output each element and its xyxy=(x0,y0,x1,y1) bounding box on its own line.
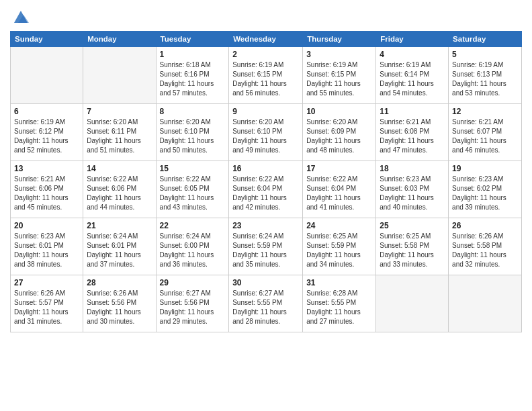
calendar-week-row: 20Sunrise: 6:23 AMSunset: 6:01 PMDayligh… xyxy=(11,218,522,275)
day-number: 13 xyxy=(14,164,79,173)
day-number: 1 xyxy=(160,50,226,59)
calendar-day-cell: 20Sunrise: 6:23 AMSunset: 6:01 PMDayligh… xyxy=(11,218,83,275)
day-number: 12 xyxy=(452,107,518,116)
day-info: Sunrise: 6:19 AMSunset: 6:15 PMDaylight:… xyxy=(306,60,372,98)
calendar-day-cell: 19Sunrise: 6:23 AMSunset: 6:02 PMDayligh… xyxy=(449,161,522,218)
calendar-day-cell: 8Sunrise: 6:20 AMSunset: 6:10 PMDaylight… xyxy=(156,104,229,161)
day-info: Sunrise: 6:19 AMSunset: 6:15 PMDaylight:… xyxy=(232,60,299,98)
calendar-day-cell xyxy=(376,275,449,332)
day-info: Sunrise: 6:26 AMSunset: 5:58 PMDaylight:… xyxy=(452,232,518,269)
calendar-week-row: 27Sunrise: 6:26 AMSunset: 5:57 PMDayligh… xyxy=(11,275,522,332)
day-number: 25 xyxy=(380,221,445,230)
day-info: Sunrise: 6:20 AMSunset: 6:10 PMDaylight:… xyxy=(160,118,226,155)
calendar-week-row: 13Sunrise: 6:21 AMSunset: 6:06 PMDayligh… xyxy=(11,161,522,218)
day-info: Sunrise: 6:28 AMSunset: 5:55 PMDaylight:… xyxy=(306,289,372,326)
calendar-day-cell: 24Sunrise: 6:25 AMSunset: 5:59 PMDayligh… xyxy=(303,218,376,275)
day-info: Sunrise: 6:19 AMSunset: 6:12 PMDaylight:… xyxy=(14,118,79,155)
day-number: 15 xyxy=(160,164,226,173)
logo-icon xyxy=(11,7,30,26)
logo xyxy=(10,7,30,26)
calendar-day-cell: 22Sunrise: 6:24 AMSunset: 6:00 PMDayligh… xyxy=(156,218,229,275)
calendar-day-cell: 10Sunrise: 6:20 AMSunset: 6:09 PMDayligh… xyxy=(303,104,376,161)
day-info: Sunrise: 6:25 AMSunset: 5:59 PMDaylight:… xyxy=(306,232,372,269)
calendar-day-cell xyxy=(449,275,522,332)
calendar-header-row: SundayMondayTuesdayWednesdayThursdayFrid… xyxy=(11,32,522,47)
day-number: 20 xyxy=(14,221,79,230)
calendar-day-header: Friday xyxy=(376,32,449,47)
calendar-day-header: Sunday xyxy=(11,32,83,47)
calendar-day-cell: 17Sunrise: 6:22 AMSunset: 6:04 PMDayligh… xyxy=(303,161,376,218)
day-number: 18 xyxy=(380,164,445,173)
day-number: 19 xyxy=(452,164,518,173)
day-number: 5 xyxy=(452,50,518,59)
day-info: Sunrise: 6:27 AMSunset: 5:55 PMDaylight:… xyxy=(232,289,299,326)
day-number: 14 xyxy=(87,164,152,173)
day-number: 16 xyxy=(232,164,299,173)
day-number: 22 xyxy=(160,221,226,230)
day-number: 6 xyxy=(14,107,79,116)
day-info: Sunrise: 6:23 AMSunset: 6:03 PMDaylight:… xyxy=(380,175,445,212)
day-number: 17 xyxy=(306,164,372,173)
calendar-day-header: Saturday xyxy=(449,32,522,47)
day-number: 9 xyxy=(232,107,299,116)
calendar-day-cell: 31Sunrise: 6:28 AMSunset: 5:55 PMDayligh… xyxy=(303,275,376,332)
day-number: 23 xyxy=(232,221,299,230)
day-number: 7 xyxy=(87,107,152,116)
calendar-day-cell: 3Sunrise: 6:19 AMSunset: 6:15 PMDaylight… xyxy=(303,47,376,104)
day-info: Sunrise: 6:19 AMSunset: 6:14 PMDaylight:… xyxy=(380,60,445,98)
calendar-day-cell: 27Sunrise: 6:26 AMSunset: 5:57 PMDayligh… xyxy=(11,275,83,332)
day-info: Sunrise: 6:22 AMSunset: 6:04 PMDaylight:… xyxy=(306,175,372,212)
calendar-day-cell: 21Sunrise: 6:24 AMSunset: 6:01 PMDayligh… xyxy=(83,218,156,275)
day-number: 24 xyxy=(306,221,372,230)
calendar-week-row: 6Sunrise: 6:19 AMSunset: 6:12 PMDaylight… xyxy=(11,104,522,161)
calendar-day-cell: 28Sunrise: 6:26 AMSunset: 5:56 PMDayligh… xyxy=(83,275,156,332)
day-info: Sunrise: 6:23 AMSunset: 6:02 PMDaylight:… xyxy=(452,175,518,212)
day-info: Sunrise: 6:22 AMSunset: 6:05 PMDaylight:… xyxy=(160,175,226,212)
calendar-day-cell: 16Sunrise: 6:22 AMSunset: 6:04 PMDayligh… xyxy=(229,161,303,218)
day-info: Sunrise: 6:21 AMSunset: 6:07 PMDaylight:… xyxy=(452,118,518,155)
day-info: Sunrise: 6:23 AMSunset: 6:01 PMDaylight:… xyxy=(14,232,79,269)
calendar-day-header: Wednesday xyxy=(229,32,303,47)
day-info: Sunrise: 6:22 AMSunset: 6:06 PMDaylight:… xyxy=(87,175,152,212)
calendar-table: SundayMondayTuesdayWednesdayThursdayFrid… xyxy=(10,31,522,332)
calendar-day-cell: 25Sunrise: 6:25 AMSunset: 5:58 PMDayligh… xyxy=(376,218,449,275)
day-info: Sunrise: 6:25 AMSunset: 5:58 PMDaylight:… xyxy=(380,232,445,269)
day-number: 21 xyxy=(87,221,152,230)
day-info: Sunrise: 6:26 AMSunset: 5:57 PMDaylight:… xyxy=(14,289,79,326)
day-info: Sunrise: 6:21 AMSunset: 6:08 PMDaylight:… xyxy=(380,118,445,155)
day-info: Sunrise: 6:20 AMSunset: 6:11 PMDaylight:… xyxy=(87,118,152,155)
calendar-day-cell: 5Sunrise: 6:19 AMSunset: 6:13 PMDaylight… xyxy=(449,47,522,104)
day-number: 3 xyxy=(306,50,372,59)
calendar-day-cell: 12Sunrise: 6:21 AMSunset: 6:07 PMDayligh… xyxy=(449,104,522,161)
day-info: Sunrise: 6:18 AMSunset: 6:16 PMDaylight:… xyxy=(160,60,226,98)
day-info: Sunrise: 6:26 AMSunset: 5:56 PMDaylight:… xyxy=(87,289,152,326)
day-number: 8 xyxy=(160,107,226,116)
calendar-day-cell: 29Sunrise: 6:27 AMSunset: 5:56 PMDayligh… xyxy=(156,275,229,332)
calendar-day-cell: 15Sunrise: 6:22 AMSunset: 6:05 PMDayligh… xyxy=(156,161,229,218)
calendar-day-header: Monday xyxy=(83,32,156,47)
calendar-day-cell: 2Sunrise: 6:19 AMSunset: 6:15 PMDaylight… xyxy=(229,47,303,104)
day-info: Sunrise: 6:19 AMSunset: 6:13 PMDaylight:… xyxy=(452,60,518,98)
calendar-day-cell: 26Sunrise: 6:26 AMSunset: 5:58 PMDayligh… xyxy=(449,218,522,275)
day-number: 28 xyxy=(87,278,152,287)
day-number: 10 xyxy=(306,107,372,116)
calendar-day-cell: 1Sunrise: 6:18 AMSunset: 6:16 PMDaylight… xyxy=(156,47,229,104)
day-number: 31 xyxy=(306,278,372,287)
page: SundayMondayTuesdayWednesdayThursdayFrid… xyxy=(0,0,532,411)
calendar-day-cell: 9Sunrise: 6:20 AMSunset: 6:10 PMDaylight… xyxy=(229,104,303,161)
day-number: 27 xyxy=(14,278,79,287)
day-info: Sunrise: 6:21 AMSunset: 6:06 PMDaylight:… xyxy=(14,175,79,212)
day-info: Sunrise: 6:20 AMSunset: 6:10 PMDaylight:… xyxy=(232,118,299,155)
calendar-day-cell: 14Sunrise: 6:22 AMSunset: 6:06 PMDayligh… xyxy=(83,161,156,218)
day-info: Sunrise: 6:24 AMSunset: 6:00 PMDaylight:… xyxy=(160,232,226,269)
day-number: 30 xyxy=(232,278,299,287)
calendar-day-cell: 23Sunrise: 6:24 AMSunset: 5:59 PMDayligh… xyxy=(229,218,303,275)
calendar-day-cell: 18Sunrise: 6:23 AMSunset: 6:03 PMDayligh… xyxy=(376,161,449,218)
day-number: 4 xyxy=(380,50,445,59)
day-number: 26 xyxy=(452,221,518,230)
day-info: Sunrise: 6:27 AMSunset: 5:56 PMDaylight:… xyxy=(160,289,226,326)
calendar-day-cell: 6Sunrise: 6:19 AMSunset: 6:12 PMDaylight… xyxy=(11,104,83,161)
calendar-day-cell: 7Sunrise: 6:20 AMSunset: 6:11 PMDaylight… xyxy=(83,104,156,161)
day-info: Sunrise: 6:24 AMSunset: 6:01 PMDaylight:… xyxy=(87,232,152,269)
calendar-day-cell: 11Sunrise: 6:21 AMSunset: 6:08 PMDayligh… xyxy=(376,104,449,161)
